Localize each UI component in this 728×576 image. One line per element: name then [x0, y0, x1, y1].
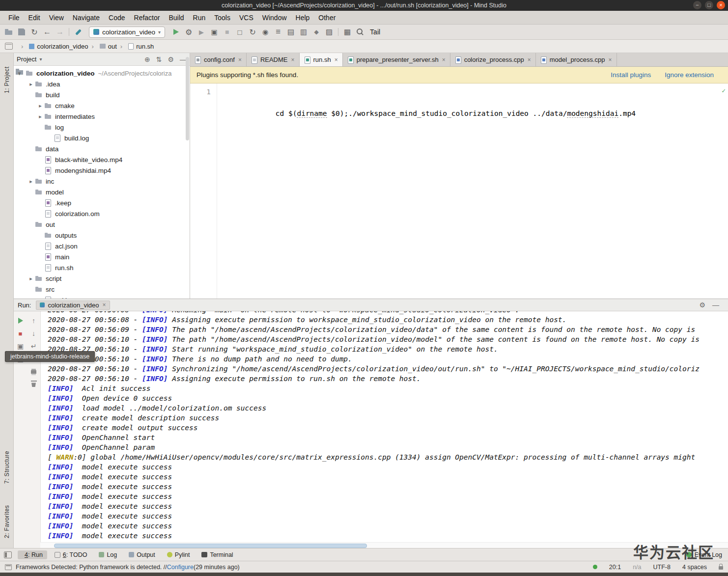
tree-row[interactable]: colorization_video ~/AscendProjects/colo… — [14, 68, 190, 79]
tree-chevron-icon[interactable] — [27, 81, 35, 87]
tree-row[interactable]: .idea — [14, 79, 190, 89]
tree-row[interactable]: log — [14, 122, 190, 133]
caret-position[interactable]: 20:1 — [609, 564, 621, 571]
tree-row[interactable]: out — [14, 219, 190, 230]
stop-icon[interactable] — [221, 26, 233, 38]
rerun-icon[interactable] — [15, 315, 26, 326]
configure-link[interactable]: Configure — [167, 564, 194, 571]
close-window-button[interactable]: × — [717, 1, 725, 9]
wrench-icon[interactable] — [310, 26, 322, 38]
tree-chevron-icon[interactable] — [36, 103, 44, 109]
tree-row[interactable]: outputs — [14, 230, 190, 241]
step-icon[interactable] — [208, 26, 220, 38]
run-config-select[interactable]: colorization_video ▾ — [89, 27, 165, 38]
menu-item[interactable]: View — [45, 14, 68, 22]
tree-row[interactable]: model — [14, 187, 190, 197]
window-grid-icon[interactable] — [5, 43, 13, 50]
tool-window-tab[interactable]: 6: TODO — [50, 550, 92, 559]
print-icon[interactable] — [28, 366, 39, 377]
menu-item[interactable]: VCS — [235, 14, 258, 22]
search-icon[interactable] — [354, 26, 366, 38]
gear-icon[interactable]: ⚙ — [168, 55, 174, 63]
lock-icon[interactable] — [719, 566, 723, 570]
play2-icon[interactable] — [196, 26, 207, 38]
scrollbar-thumb[interactable] — [54, 544, 367, 548]
project-view-select[interactable]: Project — [17, 55, 36, 63]
clear-icon[interactable] — [28, 379, 39, 390]
tool-window-tab[interactable]: Log — [94, 550, 121, 559]
close-icon[interactable]: × — [335, 56, 338, 63]
tree-row[interactable]: script — [14, 273, 190, 284]
minimize-window-button[interactable]: − — [693, 1, 701, 9]
up-icon[interactable] — [28, 315, 39, 326]
gear-icon[interactable]: ⚙ — [699, 301, 705, 309]
code-line[interactable]: cd $(dirname $0);./workspace_mind_studio… — [217, 83, 636, 299]
breadcrumb-item[interactable]: run.sh — [117, 43, 154, 50]
encoding-widget[interactable]: UTF-8 — [653, 564, 671, 571]
editor-tab[interactable]: colorize_process.cpp × — [450, 53, 536, 66]
box-icon[interactable] — [234, 26, 246, 38]
project-tree[interactable]: colorization_video ~/AscendProjects/colo… — [14, 66, 190, 299]
console-horizontal-scrollbar[interactable] — [40, 542, 728, 548]
tree-row[interactable]: acl.json — [14, 295, 190, 299]
project-scrollbar[interactable] — [186, 57, 189, 140]
tree-chevron-icon[interactable] — [27, 275, 35, 282]
maximize-window-button[interactable]: □ — [705, 1, 713, 9]
menu-item[interactable]: Refactor — [130, 14, 165, 22]
tree-chevron-icon[interactable] — [27, 178, 35, 185]
close-icon[interactable]: × — [291, 56, 295, 63]
stop-red-icon[interactable] — [15, 328, 26, 339]
tree-row[interactable]: main — [14, 251, 190, 262]
editor-tab[interactable]: config.conf × — [190, 53, 247, 66]
menu-item[interactable]: Build — [164, 14, 188, 22]
gear-icon[interactable] — [183, 26, 195, 38]
back-icon[interactable] — [41, 26, 53, 38]
close-icon[interactable]: × — [238, 56, 242, 63]
tree-row[interactable]: inc — [14, 176, 190, 187]
menu-item[interactable]: Window — [258, 14, 291, 22]
tree-row[interactable]: acl.json — [14, 241, 190, 251]
chart-icon[interactable] — [323, 26, 335, 38]
eye-icon[interactable] — [259, 26, 271, 38]
menu-item[interactable]: Code — [104, 14, 129, 22]
tree-row[interactable]: build.log — [14, 133, 190, 143]
code-editor[interactable]: 1 cd $(dirname $0);./workspace_mind_stud… — [190, 83, 728, 299]
breadcrumb-item[interactable]: out — [88, 43, 116, 50]
restart-icon[interactable] — [247, 26, 258, 38]
editor-tab[interactable]: prepare_presenter_server.sh × — [343, 53, 450, 66]
forward-icon[interactable] — [54, 26, 66, 38]
editor-tab[interactable]: run.sh × — [300, 53, 343, 66]
menu-icon[interactable] — [272, 26, 284, 38]
locate-file-icon[interactable]: ⊕ — [144, 55, 150, 63]
run-console-output[interactable]: 2020-08-27 00:56:08 - [INFO] Renaming 'm… — [41, 311, 728, 548]
ignore-extension-link[interactable]: Ignore extension — [665, 71, 714, 79]
close-icon[interactable]: × — [442, 56, 446, 63]
menu-item[interactable]: Tools — [210, 14, 235, 22]
tree-row[interactable]: run.sh — [14, 262, 190, 273]
menu-item[interactable]: Run — [189, 14, 210, 22]
grid-icon[interactable] — [341, 26, 353, 38]
tree-row[interactable]: modengshidai.mp4 — [14, 165, 190, 176]
tree-row[interactable]: .keep — [14, 197, 190, 208]
editor-tab[interactable]: model_process.cpp × — [536, 53, 617, 66]
install-plugins-link[interactable]: Install plugins — [611, 71, 651, 79]
tool-windows-icon[interactable] — [4, 551, 12, 558]
collapse-all-icon[interactable]: ⇅ — [156, 55, 162, 63]
menu-item[interactable]: Other — [314, 14, 340, 22]
tree-row[interactable]: build — [14, 89, 190, 100]
tool-window-tab[interactable]: Output — [124, 550, 160, 559]
tree-row[interactable]: cmake — [14, 100, 190, 111]
softwrap-icon[interactable] — [28, 341, 39, 352]
down-icon[interactable] — [28, 328, 39, 339]
indent-widget[interactable]: 4 spaces — [682, 564, 707, 571]
menu-item[interactable]: File — [4, 14, 24, 22]
frameworks-event-icon[interactable] — [5, 564, 12, 570]
tool-tab-structure[interactable]: 7: Structure — [0, 445, 13, 490]
tree-row[interactable]: src — [14, 284, 190, 295]
tail-label[interactable]: Tail — [370, 28, 380, 36]
tool-window-tab[interactable]: Pylint — [163, 550, 195, 559]
close-icon[interactable]: × — [103, 302, 106, 308]
tool-tab-project[interactable]: 1: Project — [0, 58, 13, 102]
line-separator-widget[interactable]: n/a — [633, 564, 641, 571]
run-console-tab[interactable]: colorization_video × — [36, 301, 110, 310]
